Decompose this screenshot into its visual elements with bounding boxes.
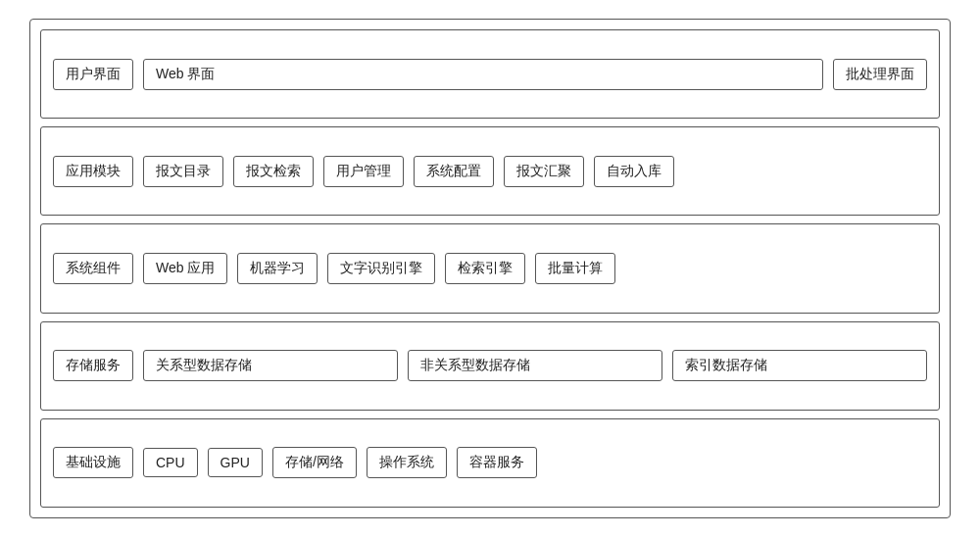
row-storage: 存储服务 关系型数据存储 非关系型数据存储 索引数据存储 (40, 321, 940, 411)
box-storage-network: 存储/网络 (272, 447, 357, 478)
box-msg-search: 报文检索 (233, 156, 314, 187)
label-sys: 系统组件 (53, 253, 133, 284)
box-gpu: GPU (208, 448, 263, 477)
box-msg-catalog: 报文目录 (143, 156, 223, 187)
label-ui: 用户界面 (53, 59, 133, 90)
label-infra: 基础设施 (53, 447, 133, 478)
box-user-mgmt: 用户管理 (323, 156, 404, 187)
row-infra: 基础设施 CPU GPU 存储/网络 操作系统 容器服务 (40, 418, 940, 508)
box-relational-db: 关系型数据存储 (143, 350, 398, 381)
box-msg-agg: 报文汇聚 (504, 156, 584, 187)
box-batch-compute: 批量计算 (535, 253, 615, 284)
label-storage: 存储服务 (53, 350, 133, 381)
label-app: 应用模块 (53, 156, 133, 187)
box-cpu: CPU (143, 448, 198, 477)
box-container: 容器服务 (457, 447, 537, 478)
box-nosql-db: 非关系型数据存储 (408, 350, 662, 381)
architecture-diagram: 用户界面 Web 界面 批处理界面 应用模块 报文目录 报文检索 用户管理 系统… (29, 19, 951, 518)
box-ocr: 文字识别引擎 (327, 253, 435, 284)
box-index-db: 索引数据存储 (672, 350, 927, 381)
row-sys: 系统组件 Web 应用 机器学习 文字识别引擎 检索引擎 批量计算 (40, 223, 940, 313)
row-ui: 用户界面 Web 界面 批处理界面 (40, 29, 940, 119)
box-auto-import: 自动入库 (594, 156, 674, 187)
box-sys-config: 系统配置 (414, 156, 494, 187)
row-app: 应用模块 报文目录 报文检索 用户管理 系统配置 报文汇聚 自动入库 (40, 126, 940, 216)
box-batch-ui: 批处理界面 (833, 59, 927, 90)
box-search-engine: 检索引擎 (445, 253, 525, 284)
box-web-ui: Web 界面 (143, 59, 823, 90)
box-web-app: Web 应用 (143, 253, 227, 284)
box-os: 操作系统 (367, 447, 447, 478)
box-ml: 机器学习 (237, 253, 318, 284)
